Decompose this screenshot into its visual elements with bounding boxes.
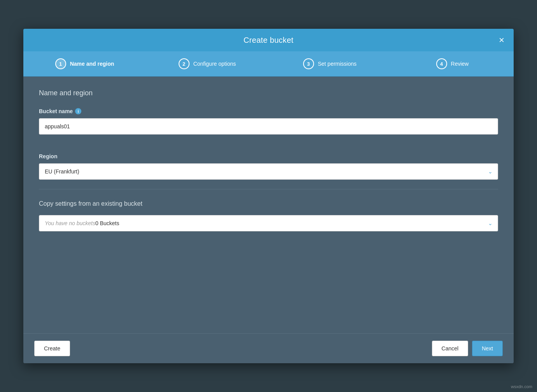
step-1-label: Name and region <box>70 61 114 67</box>
buckets-count: 0 Buckets <box>95 220 119 226</box>
modal-overlay: Create bucket × 1 Name and region 2 Conf… <box>0 0 537 392</box>
bucket-name-input[interactable] <box>39 118 498 135</box>
modal-header: Create bucket × <box>23 29 514 51</box>
region-select-wrapper: EU (Frankfurt) ⌄ <box>39 163 498 180</box>
step-1-circle: 1 <box>55 58 66 69</box>
step-2[interactable]: 2 Configure options <box>146 56 268 72</box>
create-bucket-modal: Create bucket × 1 Name and region 2 Conf… <box>23 29 514 363</box>
step-2-circle: 2 <box>179 58 190 69</box>
step-3-label: Set permissions <box>318 61 357 67</box>
step-1[interactable]: 1 Name and region <box>23 56 146 72</box>
divider <box>39 189 498 189</box>
step-4[interactable]: 4 Review <box>391 56 514 72</box>
create-button[interactable]: Create <box>34 341 70 356</box>
copy-settings-select-wrapper: You have no buckets 0 Buckets ⌄ <box>39 215 498 231</box>
copy-settings-title: Copy settings from an existing bucket <box>39 200 498 207</box>
step-3[interactable]: 3 Set permissions <box>268 56 391 72</box>
step-4-label: Review <box>451 61 469 67</box>
close-button[interactable]: × <box>497 34 506 46</box>
bucket-name-label: Bucket name i <box>39 108 498 114</box>
footer-right-buttons: Cancel Next <box>432 341 503 356</box>
section-title: Name and region <box>39 89 498 97</box>
step-2-label: Configure options <box>193 61 236 67</box>
next-button[interactable]: Next <box>472 341 503 356</box>
region-label: Region <box>39 153 498 159</box>
cancel-button[interactable]: Cancel <box>432 341 469 356</box>
step-4-circle: 4 <box>436 58 447 69</box>
steps-bar: 1 Name and region 2 Configure options 3 … <box>23 51 514 77</box>
bucket-name-info-icon[interactable]: i <box>75 108 81 114</box>
bucket-name-group: Bucket name i <box>39 108 498 144</box>
region-group: Region EU (Frankfurt) ⌄ <box>39 153 498 180</box>
modal-title: Create bucket <box>244 36 293 45</box>
modal-footer: Create Cancel Next <box>23 333 514 363</box>
modal-body: Name and region Bucket name i Region EU … <box>23 77 514 333</box>
region-select[interactable]: EU (Frankfurt) <box>39 163 498 180</box>
step-3-circle: 3 <box>303 58 314 69</box>
no-buckets-text: You have no buckets <box>45 220 95 226</box>
copy-settings-select[interactable]: You have no buckets 0 Buckets <box>39 215 498 231</box>
